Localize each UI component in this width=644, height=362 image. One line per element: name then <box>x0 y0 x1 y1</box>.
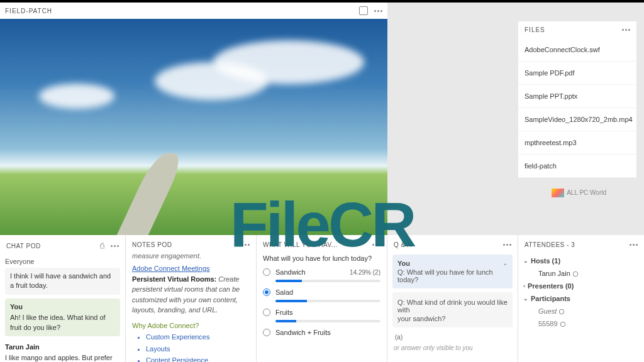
video-content[interactable] <box>0 19 387 235</box>
notes-link[interactable]: Adobe Connect Meetings <box>132 263 250 274</box>
poll-option[interactable]: Sandwich + Fruits <box>263 329 380 336</box>
file-item[interactable]: Sample PPT.pptx <box>518 85 636 108</box>
qa-hint: or answer only visible to you <box>392 343 513 353</box>
notes-bullet: Content Persistence <box>146 355 250 362</box>
notes-bullet: Layouts <box>146 344 250 354</box>
file-item[interactable]: SampleVideo_1280x720_2mb.mp4 <box>518 108 636 131</box>
poll-option[interactable]: Salad <box>263 288 380 296</box>
qa-title: Q & A <box>394 241 412 248</box>
notes-pod: NOTES POD measure engagement. Adobe Conn… <box>126 235 257 362</box>
attendees-hosts-section[interactable]: ⌄Hosts (1) <box>523 255 639 267</box>
mic-icon <box>559 309 564 314</box>
mic-icon <box>560 322 565 327</box>
file-item[interactable]: AdobeConnectClock.swf <box>518 38 636 62</box>
attendees-presenters-section[interactable]: ›Presenters (0) <box>523 280 639 292</box>
more-icon[interactable] <box>503 244 511 246</box>
radio-icon-selected[interactable] <box>263 288 270 296</box>
files-pod-container: FILES AdobeConnectClock.swf Sample PDF.p… <box>518 3 644 235</box>
attendee-name[interactable]: Tarun Jain <box>523 267 639 280</box>
layout-gap <box>387 3 518 235</box>
poll-option[interactable]: Fruits <box>263 309 380 316</box>
file-item[interactable]: field-patch <box>518 155 636 178</box>
qa-pod: Q & A ⌄ You Q: What will you have for lu… <box>387 235 518 362</box>
video-title: FIELD-PATCH <box>5 8 52 14</box>
poll-question: What will you have for lunch today? <box>263 255 380 262</box>
fullscreen-icon[interactable] <box>359 6 368 15</box>
radio-icon[interactable] <box>263 268 270 276</box>
poll-title: WHAT WILL YOU HAV... <box>263 241 338 248</box>
more-icon[interactable] <box>372 244 380 246</box>
qa-question[interactable]: ⌄ You Q: What will you have for lunch to… <box>392 255 513 288</box>
chevron-down-icon: ⌄ <box>523 258 528 264</box>
chevron-right-icon: › <box>523 283 525 289</box>
chat-message: I think I will have a sandwich and a fru… <box>5 268 120 295</box>
notes-subtitle: measure engagement. <box>126 252 256 260</box>
more-icon[interactable] <box>242 244 250 246</box>
more-icon[interactable] <box>630 244 638 246</box>
attendees-participants-section[interactable]: ⌄Participants <box>523 292 639 305</box>
notes-body[interactable]: Adobe Connect Meetings Persistent Virtua… <box>126 260 256 362</box>
chat-message: Tarun Jain I like mango and apples. But … <box>5 340 120 362</box>
video-pod: FIELD-PATCH <box>0 3 387 235</box>
chat-message-self: You Ah! I like the idea. What kind of fr… <box>5 299 120 336</box>
qa-answer-label: (a) <box>392 331 513 343</box>
notes-why-heading: Why Adobe Connect? <box>132 321 250 331</box>
notes-bullet: Custom Experiences <box>146 332 250 343</box>
more-icon[interactable] <box>374 10 382 12</box>
chat-pod: CHAT POD ⎙ Everyone I think I will have … <box>0 235 126 362</box>
poll-pod: WHAT WILL YOU HAV... What will you have … <box>257 235 387 362</box>
attendees-pod: ATTENDEES - 3 ⌄Hosts (1) Tarun Jain ›Pre… <box>518 235 644 362</box>
attendee-name[interactable]: Guest <box>523 305 639 317</box>
notes-title: NOTES POD <box>132 241 172 248</box>
attendee-name[interactable]: 55589 <box>523 317 639 330</box>
chat-title: CHAT POD <box>6 243 41 250</box>
qa-question[interactable]: ⌄ Q: What kind of drink you would like w… <box>392 292 513 327</box>
notes-heading: Persistent Virtual Rooms: <box>132 275 216 283</box>
file-item[interactable]: mpthreetest.mp3 <box>518 131 636 155</box>
radio-icon[interactable] <box>263 329 270 336</box>
files-title: FILES <box>525 26 545 33</box>
chevron-down-icon[interactable]: ⌄ <box>502 260 508 266</box>
mic-icon <box>573 272 578 277</box>
chat-everyone-label: Everyone <box>5 258 120 265</box>
more-icon[interactable] <box>111 245 119 247</box>
chevron-down-icon: ⌄ <box>523 295 528 302</box>
radio-icon[interactable] <box>263 309 270 316</box>
poll-option[interactable]: Sandwich 14.29% (2) <box>263 268 380 276</box>
chat-settings-icon[interactable]: ⎙ <box>100 241 105 250</box>
file-item[interactable]: Sample PDF.pdf <box>518 62 636 85</box>
more-icon[interactable] <box>622 29 630 31</box>
chevron-down-icon[interactable]: ⌄ <box>502 297 508 304</box>
watermark-allpcworld: ALL PC World <box>552 189 606 197</box>
attendees-title: ATTENDEES - 3 <box>525 241 575 248</box>
